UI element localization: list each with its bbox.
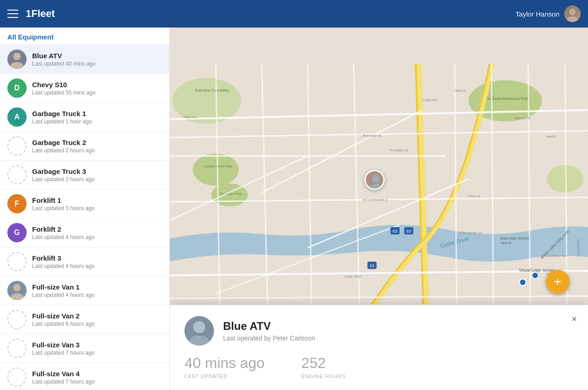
svg-point-9 bbox=[193, 154, 239, 186]
popup-engine-hours: 252 ENGINE HOURS bbox=[301, 355, 346, 379]
item-name: Full-size Van 4 bbox=[32, 370, 162, 378]
item-avatar bbox=[7, 368, 27, 387]
popup-last-updated-label: LAST UPDATED bbox=[185, 373, 264, 379]
svg-text:Vine St: Vine St bbox=[501, 241, 511, 245]
item-name: Blue ATV bbox=[32, 52, 162, 60]
svg-point-3 bbox=[11, 62, 23, 69]
item-info: Garbage Truck 1 Last updated 1 hour ago bbox=[32, 110, 162, 125]
item-info: Blue ATV Last updated 40 mins ago bbox=[32, 52, 162, 67]
svg-text:Bratnober St: Bratnober St bbox=[363, 134, 381, 137]
svg-point-69 bbox=[372, 175, 380, 183]
svg-point-4 bbox=[13, 284, 21, 291]
svg-text:East High School: East High School bbox=[501, 236, 529, 240]
sidebar-item-forklift-1[interactable]: F Forklift 1 Last updated 3 hours ago bbox=[0, 189, 169, 218]
svg-text:Visual Logic Group: Visual Logic Group bbox=[519, 268, 554, 273]
item-avatar: F bbox=[7, 194, 27, 213]
svg-point-70 bbox=[369, 184, 383, 190]
sidebar-item-fullsize-van-1[interactable]: Full-size Van 1 Last updated 4 hours ago bbox=[0, 276, 169, 305]
item-name: Chevy S10 bbox=[32, 81, 162, 89]
sidebar-item-garbage-truck-2[interactable]: Garbage Truck 2 Last updated 2 hours ago bbox=[0, 132, 169, 161]
popup-close-button[interactable]: × bbox=[568, 312, 581, 325]
user-avatar[interactable] bbox=[564, 6, 581, 22]
item-avatar bbox=[7, 136, 27, 156]
sidebar-item-chevy-s10[interactable]: D Chevy S10 Last updated 55 mins ago bbox=[0, 74, 169, 103]
item-avatar: G bbox=[7, 223, 27, 242]
username: Taylor Hanson bbox=[515, 10, 560, 18]
item-avatar bbox=[7, 165, 27, 184]
item-avatar bbox=[7, 50, 27, 69]
popup-info: Blue ATV Last operated by Peter Carlsson bbox=[223, 320, 315, 342]
sidebar-item-forklift-2[interactable]: G Forklift 2 Last updated 4 hours ago bbox=[0, 218, 169, 247]
equipment-sidebar: All Equipment Blue ATV Last updated 40 m… bbox=[0, 28, 170, 390]
item-avatar: A bbox=[7, 107, 27, 127]
item-updated: Last updated 4 hours ago bbox=[32, 292, 162, 298]
popup-last-updated: 40 mins ago LAST UPDATED bbox=[185, 355, 264, 379]
sidebar-item-blue-atv[interactable]: Blue ATV Last updated 40 mins ago bbox=[0, 45, 169, 74]
svg-text:W Commercial St: W Commercial St bbox=[363, 198, 388, 201]
svg-point-62 bbox=[532, 272, 538, 279]
svg-point-5 bbox=[11, 293, 23, 300]
svg-text:63: 63 bbox=[393, 229, 398, 234]
svg-point-15 bbox=[547, 165, 583, 193]
map-container[interactable]: Fairview Cemetery Cedar River Park Touch… bbox=[170, 28, 588, 390]
svg-point-72 bbox=[193, 321, 205, 333]
popup-engine-hours-value: 252 bbox=[301, 355, 346, 372]
svg-point-63 bbox=[520, 279, 526, 285]
item-info: Full-size Van 1 Last updated 4 hours ago bbox=[32, 283, 162, 298]
svg-point-2 bbox=[13, 53, 21, 60]
item-name: Full-size Van 3 bbox=[32, 341, 162, 349]
svg-text:Fairview Cemetery: Fairview Cemetery bbox=[195, 88, 230, 93]
menu-button[interactable] bbox=[7, 10, 18, 18]
sidebar-section-label: All Equipment bbox=[0, 28, 169, 45]
item-updated: Last updated 7 hours ago bbox=[32, 379, 162, 385]
svg-text:Logan Ave: Logan Ave bbox=[423, 98, 438, 102]
popup-engine-hours-label: ENGINE HOURS bbox=[301, 373, 346, 379]
svg-point-0 bbox=[569, 9, 576, 15]
svg-text:Sullivan Memorial Park: Sullivan Memorial Park bbox=[487, 96, 530, 101]
map-marker-avatar[interactable] bbox=[364, 170, 385, 190]
item-info: Forklift 1 Last updated 3 hours ago bbox=[32, 196, 162, 212]
main-content: All Equipment Blue ATV Last updated 40 m… bbox=[0, 28, 588, 390]
sidebar-item-fullsize-van-4[interactable]: Full-size Van 4 Last updated 7 hours ago bbox=[0, 363, 169, 390]
svg-text:Adams St: Adams St bbox=[515, 116, 531, 120]
sidebar-item-fullsize-van-2[interactable]: Full-size Van 2 Last updated 6 hours ago bbox=[0, 305, 169, 334]
svg-text:Nevada St: Nevada St bbox=[577, 239, 581, 256]
item-name: Garbage Truck 1 bbox=[32, 110, 162, 117]
svg-text:Utica St: Utica St bbox=[455, 89, 466, 92]
item-updated: Last updated 55 mins ago bbox=[32, 89, 162, 96]
popup-stats: 40 mins ago LAST UPDATED 252 ENGINE HOUR… bbox=[185, 355, 573, 379]
svg-text:Park Rd: Park Rd bbox=[184, 115, 197, 119]
item-updated: Last updated 6 hours ago bbox=[32, 321, 162, 327]
item-updated: Last updated 3 hours ago bbox=[32, 205, 162, 212]
sidebar-item-garbage-truck-3[interactable]: Garbage Truck 3 Last updated 2 hours ago bbox=[0, 161, 169, 189]
user-info: Taylor Hanson bbox=[515, 6, 581, 22]
item-name: Forklift 2 bbox=[32, 225, 162, 233]
item-updated: Last updated 40 mins ago bbox=[32, 61, 162, 67]
add-button[interactable]: + bbox=[546, 270, 570, 294]
item-avatar bbox=[7, 281, 27, 300]
item-info: Full-size Van 4 Last updated 7 hours ago bbox=[32, 370, 162, 385]
sidebar-item-forklift-3[interactable]: Forklift 3 Last updated 4 hours ago bbox=[0, 247, 169, 276]
item-updated: Last updated 4 hours ago bbox=[32, 263, 162, 269]
equipment-info-popup: × Blue ATV Last operated by Peter Carlss… bbox=[170, 305, 588, 390]
item-name: Forklift 3 bbox=[32, 254, 162, 262]
sidebar-item-garbage-truck-1[interactable]: A Garbage Truck 1 Last updated 1 hour ag… bbox=[0, 103, 169, 132]
item-avatar bbox=[7, 310, 27, 329]
item-info: Chevy S10 Last updated 55 mins ago bbox=[32, 81, 162, 96]
svg-text:E Mulberry St: E Mulberry St bbox=[459, 231, 482, 235]
item-name: Garbage Truck 3 bbox=[32, 167, 162, 175]
item-name: Full-size Van 2 bbox=[32, 312, 162, 320]
item-avatar bbox=[7, 339, 27, 358]
item-info: Full-size Van 2 Last updated 6 hours ago bbox=[32, 312, 162, 327]
item-info: Garbage Truck 2 Last updated 2 hours ago bbox=[32, 139, 162, 154]
item-name: Full-size Van 1 bbox=[32, 283, 162, 291]
popup-avatar-image bbox=[185, 316, 214, 345]
item-updated: Last updated 2 hours ago bbox=[32, 147, 162, 154]
popup-header: Blue ATV Last operated by Peter Carlsson bbox=[185, 316, 573, 345]
item-avatar bbox=[7, 252, 27, 271]
svg-point-7 bbox=[172, 78, 241, 124]
item-avatar: D bbox=[7, 78, 27, 98]
sidebar-item-fullsize-van-3[interactable]: Full-size Van 3 Last updated 7 hours ago bbox=[0, 334, 169, 363]
marker-avatar-image bbox=[364, 170, 385, 190]
app-header: 1Fleet Taylor Hanson bbox=[0, 0, 588, 28]
